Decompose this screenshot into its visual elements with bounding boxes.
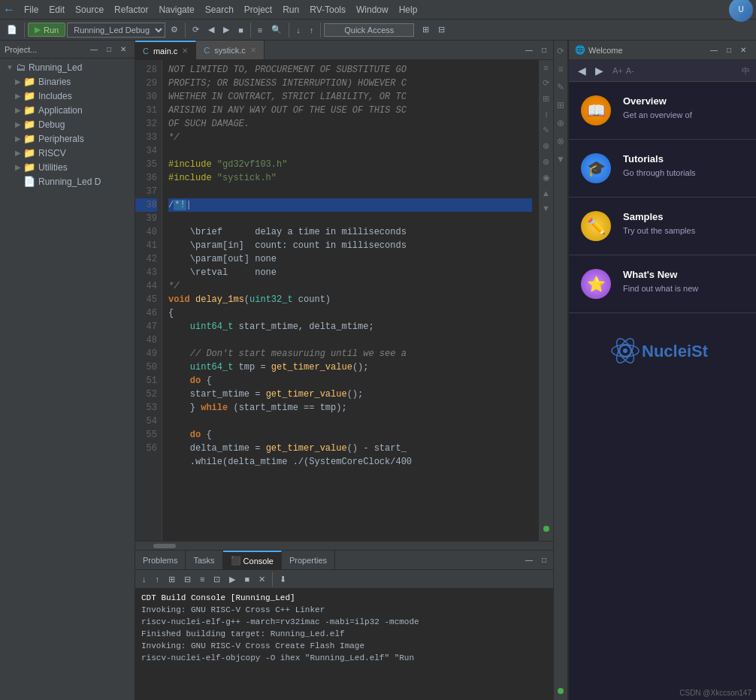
rg-icon-6[interactable]: ⊕ (541, 140, 551, 152)
sidebar-minimize[interactable]: — (86, 43, 101, 56)
tab-console[interactable]: ⬛ Console (223, 551, 282, 569)
sidebar-maximize[interactable]: □ (103, 43, 115, 56)
tree-item-binaries[interactable]: ▶ 📁 Binaries (0, 74, 135, 89)
welcome-item-whats-new[interactable]: ⭐ What's New Find out what is new (569, 255, 756, 313)
welcome-close-btn[interactable]: ✕ (736, 44, 750, 56)
line-32: 32 (135, 117, 157, 131)
run-button[interactable]: ▶ Run (28, 23, 65, 37)
menu-refactor[interactable]: Refactor (110, 3, 153, 17)
menu-source[interactable]: Source (71, 3, 108, 17)
bottom-minimize-btn[interactable]: — (522, 554, 537, 566)
toolbar-perspective-2[interactable]: ⊟ (434, 23, 449, 37)
bottom-maximize-btn[interactable]: □ (538, 554, 550, 566)
welcome-lang-btn[interactable]: 中 (742, 65, 750, 77)
watermark: CSDN @Xkccson147 (679, 689, 751, 697)
console-toolbar-4[interactable]: ⊟ (180, 572, 195, 587)
rg-icon-5[interactable]: ✎ (541, 124, 551, 137)
tabs-spacer (265, 41, 519, 59)
toolbar-btn-2[interactable]: ◀ (204, 23, 218, 37)
console-toolbar-3[interactable]: ⊞ (165, 572, 179, 587)
menu-edit[interactable]: Edit (44, 3, 69, 17)
menu-search[interactable]: Search (201, 3, 238, 17)
toolbar-btn-6[interactable]: 🔍 (268, 23, 286, 37)
menu-icon-back[interactable]: ← (3, 3, 15, 17)
toolbar-btn-4[interactable]: ■ (234, 23, 247, 37)
vt-icon-arrow-down[interactable]: ▼ (554, 152, 567, 167)
menu-file[interactable]: File (20, 3, 43, 17)
rg-icon-8[interactable]: ◉ (541, 171, 552, 184)
rg-icon-9[interactable]: ▲ (540, 187, 552, 199)
console-toolbar-7[interactable]: ▶ (225, 572, 239, 587)
tab-main-c-close[interactable]: ✕ (182, 47, 188, 55)
toolbar-new[interactable]: 📄 (3, 23, 21, 37)
rg-icon-2[interactable]: ⟳ (541, 77, 551, 89)
toolbar-perspective-1[interactable]: ⊞ (419, 23, 433, 37)
editor-hscroll-thumb[interactable] (153, 544, 176, 548)
line-31: 31 (135, 104, 157, 117)
menu-help[interactable]: Help (395, 3, 422, 17)
tree-item-debug[interactable]: ▶ 📁 Debug (0, 117, 135, 131)
toolbar-btn-5[interactable]: ≡ (254, 23, 266, 37)
tree-item-utilities[interactable]: ▶ 📁 Utilities (0, 160, 135, 174)
tree-item-peripherals[interactable]: ▶ 📁 Peripherals (0, 131, 135, 146)
editor-hscrollbar[interactable] (135, 541, 553, 550)
tree-item-running-led-d[interactable]: ▶ 📄 Running_Led D (0, 174, 135, 189)
vt-icon-2[interactable]: ≡ (554, 62, 567, 77)
tab-properties[interactable]: Properties (282, 551, 335, 569)
vt-icon-6[interactable]: ⊗ (554, 134, 567, 149)
welcome-maximize-btn[interactable]: □ (723, 44, 735, 56)
toolbar-settings[interactable]: ⚙ (167, 23, 182, 37)
welcome-item-tutorials[interactable]: 🎓 Tutorials Go through tutorials (569, 140, 756, 198)
vt-icon-4[interactable]: ⊞ (554, 98, 567, 113)
console-toolbar-5[interactable]: ≡ (196, 572, 208, 586)
sidebar-close[interactable]: ✕ (116, 43, 130, 56)
vt-icon-3[interactable]: ✎ (554, 80, 567, 95)
vt-icon-5[interactable]: ⊕ (554, 116, 567, 131)
menu-run[interactable]: Run (278, 3, 304, 17)
tab-systick-c-close[interactable]: ✕ (250, 46, 256, 54)
tab-problems[interactable]: Problems (135, 551, 186, 569)
console-toolbar-6[interactable]: ⊡ (210, 572, 224, 587)
tree-item-application[interactable]: ▶ 📁 Application (0, 103, 135, 117)
code-content[interactable]: NOT LIMITED TO, PROCUREMENT OF SUBSTITUT… (162, 60, 538, 541)
tree-item-running-led[interactable]: ▼ 🗂 Running_Led (0, 60, 135, 74)
toolbar-btn-7[interactable]: ↓ (292, 23, 304, 37)
tab-tasks[interactable]: Tasks (186, 551, 222, 569)
console-toolbar-1[interactable]: ↓ (138, 572, 150, 586)
toolbar-btn-3[interactable]: ▶ (219, 23, 233, 37)
vt-icon-1[interactable]: ⟳ (554, 44, 567, 59)
welcome-tutorials-title: Tutorials (623, 153, 696, 164)
console-toolbar-2[interactable]: ↑ (152, 572, 164, 586)
line-number-gutter: 28 29 30 31 32 33 34 35 36 37 38 39 40 4… (135, 60, 162, 541)
tree-label-running-led-d: Running_Led D (38, 177, 101, 187)
tree-item-riscv[interactable]: ▶ 📁 RISCV (0, 146, 135, 160)
console-toolbar-8[interactable]: ■ (240, 572, 253, 586)
editor-minimize-btn[interactable]: — (522, 44, 537, 56)
user-avatar[interactable]: U (729, 0, 753, 22)
run-config-select[interactable]: Running_Led Debug (67, 23, 165, 38)
console-toolbar-9[interactable]: ✕ (255, 572, 269, 587)
welcome-item-overview[interactable]: 📖 Overview Get an overview of (569, 82, 756, 140)
tab-main-c[interactable]: C main.c ✕ (135, 41, 196, 59)
welcome-forward-btn[interactable]: ▶ (592, 63, 606, 78)
menu-rvtools[interactable]: RV-Tools (305, 3, 350, 17)
tree-item-includes[interactable]: ▶ 📁 Includes (0, 89, 135, 103)
rg-icon-1[interactable]: ≡ (542, 62, 549, 74)
toolbar-btn-1[interactable]: ⟳ (189, 23, 203, 37)
console-toolbar-10[interactable]: ⬇ (276, 572, 290, 587)
rg-icon-4[interactable]: ≀ (543, 108, 549, 121)
welcome-item-samples[interactable]: ✏️ Samples Try out the samples (569, 198, 756, 255)
rg-icon-10[interactable]: ▼ (540, 202, 552, 214)
tab-systick-c[interactable]: C systick.c ✕ (196, 41, 265, 59)
rg-icon-3[interactable]: ⊞ (541, 92, 551, 105)
menu-navigate[interactable]: Navigate (154, 3, 198, 17)
tab-systick-c-label: systick.c (214, 46, 246, 55)
quick-access-box[interactable]: Quick Access (324, 23, 414, 37)
welcome-minimize-btn[interactable]: — (706, 44, 721, 56)
welcome-back-btn[interactable]: ◀ (575, 63, 589, 78)
menu-project[interactable]: Project (240, 3, 277, 17)
toolbar-btn-8[interactable]: ↑ (306, 23, 318, 37)
editor-maximize-btn[interactable]: □ (538, 44, 550, 56)
rg-icon-7[interactable]: ⊗ (541, 155, 551, 168)
menu-window[interactable]: Window (352, 3, 393, 17)
